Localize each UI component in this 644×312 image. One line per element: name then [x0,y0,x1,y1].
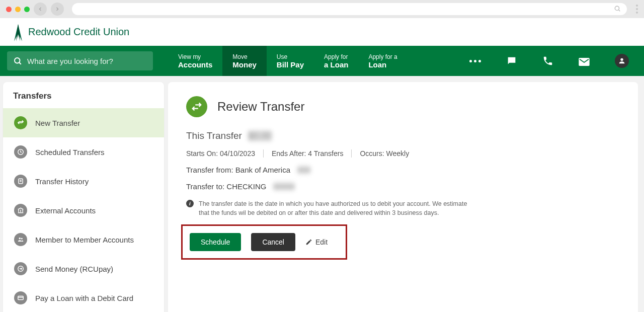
this-transfer-label: This Transfer [186,130,242,141]
main-nav: View my Accounts Move Money Use Bill Pay… [0,46,644,76]
minimize-window-icon[interactable] [15,7,21,12]
svg-point-2 [15,58,20,63]
site-search[interactable] [7,51,153,70]
history-icon [14,175,27,188]
nav-apply-loan[interactable]: Apply for a Loan [314,46,358,76]
transfer-to-label: Transfer to: CHECKING [186,182,266,191]
close-window-icon[interactable] [6,7,12,12]
brand-bar: Redwood Credit Union [0,18,644,46]
sidebar-title: Transfers [3,82,164,108]
transfer-from-redacted: ••••• [297,166,310,174]
sidebar-item-rcupay[interactable]: Send Money (RCUpay) [3,254,164,283]
nav-accounts[interactable]: View my Accounts [168,46,222,76]
more-icon[interactable] [469,60,481,62]
transfer-meta: Starts On: 04/10/2023 Ends After: 4 Tran… [186,149,620,158]
search-input[interactable] [27,57,147,65]
nav-apply-loan-2[interactable]: Apply for a Loan [358,46,407,76]
sidebar-item-scheduled[interactable]: Scheduled Transfers [3,137,164,167]
nav-move-money[interactable]: Move Money [222,46,267,76]
info-notice: i The transfer date is the date in which… [186,200,468,217]
swap-icon [14,116,27,129]
sidebar-item-label: Transfer History [35,177,89,186]
sidebar-item-label: Member to Member Accounts [35,236,134,244]
sidebar-item-debit[interactable]: Pay a Loan with a Debit Card [3,283,164,312]
clock-icon [14,145,27,159]
transfer-amount-redacted: $0.00 [248,130,272,141]
action-row-highlighted: Schedule Cancel Edit [181,224,347,260]
page-title: Review Transfer [217,100,304,114]
send-icon [14,262,27,275]
starts-on: Starts On: 04/10/2023 [186,149,264,158]
svg-line-3 [19,62,21,64]
ends-after: Ends After: 4 Transfers [272,149,352,158]
bank-icon [14,204,27,217]
occurs: Occurs: Weekly [360,149,417,158]
main-panel: Review Transfer This Transfer $0.00 Star… [168,82,638,312]
back-button[interactable] [34,3,47,16]
transfer-from-label: Transfer from: Bank of America [186,166,290,174]
transfer-to-redacted: •••••••• [273,182,294,191]
sidebar-item-label: Pay a Loan with a Debit Card [35,294,133,302]
pencil-icon [305,239,312,246]
profile-icon[interactable] [615,54,629,68]
info-text: The transfer date is the date in which y… [199,200,468,217]
sidebar-item-new-transfer[interactable]: New Transfer [3,108,164,137]
sidebar-item-label: New Transfer [35,119,80,127]
browser-menu-icon[interactable] [631,5,638,14]
brand-name: Redwood Credit Union [28,26,129,38]
svg-rect-12 [18,296,24,300]
browser-chrome [0,0,644,18]
svg-line-1 [618,10,620,11]
people-icon [14,233,27,246]
svg-point-0 [615,6,619,10]
chat-icon[interactable] [506,55,517,66]
nav-bill-pay[interactable]: Use Bill Pay [267,46,314,76]
transfer-icon [186,96,207,117]
url-bar[interactable] [72,3,627,15]
maximize-window-icon[interactable] [24,7,30,12]
search-icon [13,56,22,65]
edit-label: Edit [315,238,328,246]
sidebar-item-member[interactable]: Member to Member Accounts [3,225,164,254]
edit-link[interactable]: Edit [305,238,328,246]
svg-point-6 [620,58,623,61]
sidebar-item-label: Send Money (RCUpay) [35,265,113,273]
search-icon [614,5,621,12]
sidebar-item-label: Scheduled Transfers [35,148,105,157]
logo-icon [12,23,23,41]
schedule-button[interactable]: Schedule [190,233,241,251]
sidebar-item-label: External Accounts [35,206,96,215]
card-icon [14,291,27,304]
window-controls [6,7,30,12]
mail-icon[interactable] [579,56,590,66]
info-icon: i [186,200,194,207]
sidebar-item-history[interactable]: Transfer History [3,167,164,196]
phone-icon[interactable] [542,55,553,66]
svg-point-10 [21,238,23,240]
svg-point-9 [19,238,21,240]
forward-button[interactable] [51,3,64,16]
sidebar-item-external[interactable]: External Accounts [3,196,164,225]
sidebar: Transfers New Transfer Scheduled Transfe… [3,82,164,312]
cancel-button[interactable]: Cancel [251,233,295,251]
